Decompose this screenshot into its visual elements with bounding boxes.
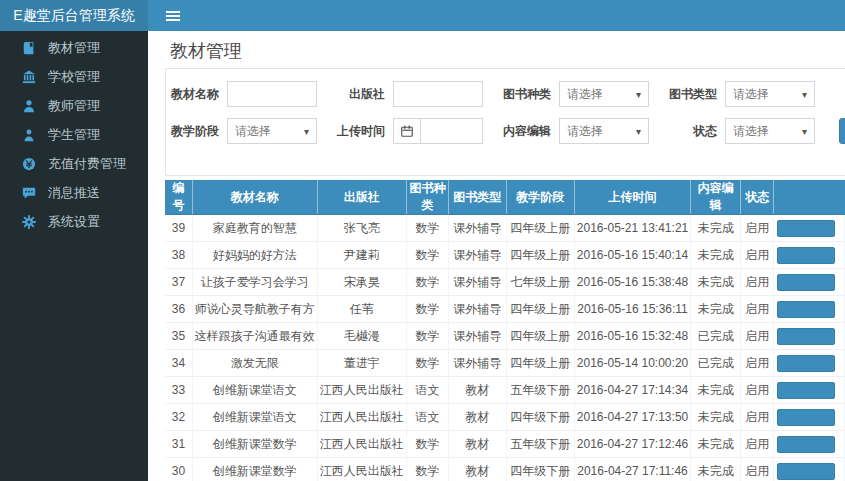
- row-action-button[interactable]: [777, 220, 835, 237]
- filter-panel: 教材名称 出版社 图书种类 请选择 ▾ 图书类型: [165, 68, 845, 176]
- sidebar-item-textbooks[interactable]: 教材管理: [0, 33, 148, 62]
- column-header: [774, 180, 845, 215]
- row-action-button[interactable]: [777, 301, 835, 318]
- table-cell: 创维新课堂语文: [192, 377, 317, 404]
- filter-teaching-stage: 教学阶段 请选择 ▾: [169, 118, 317, 144]
- table-cell: 四年级上册: [506, 296, 574, 323]
- table-cell-action: [774, 242, 845, 269]
- search-button[interactable]: 搜索: [839, 118, 845, 144]
- table-row: 36师说心灵导航教子有方任苇数学课外辅导四年级上册2016-05-16 15:3…: [165, 296, 845, 323]
- table-cell: 江西人民出版社: [317, 458, 406, 481]
- filter-book-type: 图书类型 请选择 ▾: [667, 81, 815, 107]
- table-cell: 任苇: [317, 296, 406, 323]
- table-cell: 32: [165, 404, 192, 431]
- textbook-table: 编号教材名称出版社图书种类图书类型教学阶段上传时间内容编辑状态 39家庭教育的智…: [165, 180, 845, 481]
- filter-label: 教材名称: [169, 86, 219, 103]
- table-cell: 创维新课堂数学: [192, 458, 317, 481]
- sidebar: 教材管理学校管理教师管理学生管理充值付费管理消息推送系统设置: [0, 31, 148, 481]
- table-cell: 启用: [741, 458, 774, 481]
- table-cell: 39: [165, 215, 192, 242]
- row-action-button[interactable]: [777, 382, 835, 399]
- row-action-button[interactable]: [777, 436, 835, 453]
- table-cell: 2016-05-14 10:00:20: [574, 350, 691, 377]
- row-action-button[interactable]: [777, 463, 835, 480]
- column-header: 内容编辑: [691, 180, 741, 215]
- gear-icon: [22, 214, 37, 229]
- table-cell: 启用: [741, 215, 774, 242]
- select-value: 请选择: [235, 123, 271, 140]
- select-value: 请选择: [567, 123, 603, 140]
- table-cell: 江西人民出版社: [317, 377, 406, 404]
- table-cell: 未完成: [691, 377, 741, 404]
- table-cell: 四年级上册: [506, 323, 574, 350]
- column-header: 状态: [741, 180, 774, 215]
- table-cell: 教材: [449, 377, 507, 404]
- table-cell: 创维新课堂语文: [192, 404, 317, 431]
- filter-row-2: 教学阶段 请选择 ▾ 上传时间: [169, 118, 845, 144]
- filter-book-category: 图书种类 请选择 ▾: [501, 81, 649, 107]
- table-cell: 启用: [741, 350, 774, 377]
- app-title[interactable]: E趣堂后台管理系统: [0, 0, 148, 31]
- sidebar-item-settings[interactable]: 系统设置: [0, 207, 148, 236]
- table-cell: 启用: [741, 323, 774, 350]
- sidebar-item-payments[interactable]: 充值付费管理: [0, 149, 148, 178]
- table-cell: 38: [165, 242, 192, 269]
- book-category-select[interactable]: 请选择 ▾: [559, 81, 649, 107]
- select-value: 请选择: [733, 86, 769, 103]
- sidebar-item-schools[interactable]: 学校管理: [0, 62, 148, 91]
- table-cell: 已完成: [691, 350, 741, 377]
- row-action-button[interactable]: [777, 274, 835, 291]
- table-cell: 师说心灵导航教子有方: [192, 296, 317, 323]
- publisher-input[interactable]: [393, 81, 483, 107]
- table-cell: 启用: [741, 404, 774, 431]
- sidebar-toggle-button[interactable]: [160, 0, 186, 31]
- table-cell: 五年级下册: [506, 377, 574, 404]
- teacher-icon: [22, 98, 37, 113]
- teaching-stage-select[interactable]: 请选择 ▾: [227, 118, 317, 144]
- table-cell: 毛樾漫: [317, 323, 406, 350]
- table-cell: 教材: [449, 404, 507, 431]
- book-type-select[interactable]: 请选择 ▾: [725, 81, 815, 107]
- table-cell: 未完成: [691, 242, 741, 269]
- status-select[interactable]: 请选择 ▾: [725, 118, 815, 144]
- row-action-button[interactable]: [777, 328, 835, 345]
- table-cell: 四年级上册: [506, 215, 574, 242]
- table-cell: 31: [165, 431, 192, 458]
- filter-upload-time: 上传时间: [335, 118, 483, 144]
- sidebar-item-students[interactable]: 学生管理: [0, 120, 148, 149]
- select-value: 请选择: [567, 86, 603, 103]
- table-row: 34激发无限董进宇数学课外辅导四年级上册2016-05-14 10:00:20已…: [165, 350, 845, 377]
- filter-label: 状态: [667, 123, 717, 140]
- select-value: 请选择: [733, 123, 769, 140]
- table-cell: 数学: [406, 215, 448, 242]
- sidebar-item-messages[interactable]: 消息推送: [0, 178, 148, 207]
- filter-label: 出版社: [335, 86, 385, 103]
- row-action-button[interactable]: [777, 247, 835, 264]
- table-cell: 语文: [406, 404, 448, 431]
- table-cell: 2016-05-16 15:40:14: [574, 242, 691, 269]
- table-cell-action: [774, 458, 845, 481]
- filter-label: 图书类型: [667, 86, 717, 103]
- row-action-button[interactable]: [777, 355, 835, 372]
- table-cell: 四年级上册: [506, 242, 574, 269]
- upload-time-input[interactable]: [420, 118, 483, 144]
- table-cell: 未完成: [691, 215, 741, 242]
- table-cell: 课外辅导: [449, 242, 507, 269]
- chevron-down-icon: ▾: [636, 126, 641, 137]
- row-action-button[interactable]: [777, 409, 835, 426]
- table-cell: 课外辅导: [449, 269, 507, 296]
- table-cell: 数学: [406, 269, 448, 296]
- table-cell-action: [774, 296, 845, 323]
- calendar-icon[interactable]: [393, 118, 420, 144]
- student-icon: [22, 127, 37, 142]
- table-cell: 创维新课堂数学: [192, 431, 317, 458]
- column-header: 上传时间: [574, 180, 691, 215]
- table-cell: 尹建莉: [317, 242, 406, 269]
- table-cell: 教材: [449, 458, 507, 481]
- table-cell: 未完成: [691, 296, 741, 323]
- content-editor-select[interactable]: 请选择 ▾: [559, 118, 649, 144]
- textbook-name-input[interactable]: [227, 81, 317, 107]
- sidebar-item-teachers[interactable]: 教师管理: [0, 91, 148, 120]
- table-cell: 江西人民出版社: [317, 404, 406, 431]
- table-cell: 35: [165, 323, 192, 350]
